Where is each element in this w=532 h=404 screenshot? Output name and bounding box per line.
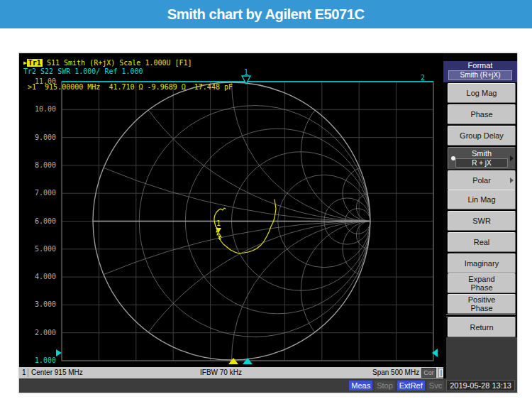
scale-label: 8.000 — [25, 162, 56, 169]
softkey-return[interactable]: Return — [448, 317, 516, 337]
svg-text:2: 2 — [421, 74, 425, 82]
scale-label: 3.000 — [25, 301, 56, 308]
trace2-settings: S22 SWR 1.000/ Ref 1.000 — [36, 67, 143, 75]
softkey-imaginary[interactable]: Imaginary — [448, 253, 516, 273]
marker1-readout: >1 915.00000 MHz 41.710 Ω -9.9689 Ω 17.4… — [28, 83, 233, 91]
softkey-positive[interactable]: PositivePhase — [448, 294, 516, 314]
softkey-real[interactable]: Real — [448, 232, 516, 252]
datetime-display: 2019-05-28 13:13 — [446, 380, 515, 391]
center-frequency: Center 915 MHz — [31, 367, 83, 378]
scale-label: 4.000 — [25, 273, 56, 280]
format-current-value: Smith (R+jX) — [448, 70, 512, 80]
analyzer-screen: 211 ▶Tr1 S11 Smith (R+jX) Scale 1.000U [… — [19, 53, 517, 393]
softkey-polar[interactable]: Polar — [448, 170, 516, 190]
scale-label: 10.00 — [25, 106, 56, 113]
status-divider — [28, 368, 28, 377]
scale-label: 5.000 — [25, 246, 56, 253]
format-menu-header: Format Smith (R+jX) — [443, 61, 517, 82]
span-value: Span 500 MHz — [372, 367, 419, 378]
trace2-badge: Tr2 — [23, 67, 36, 75]
format-menu-title: Format — [443, 61, 517, 70]
page-title: Smith chart by Agilent E5071C — [167, 6, 365, 23]
state-badge-meas: Meas — [349, 381, 372, 391]
channel-number: 1 — [22, 367, 26, 378]
svg-text:1: 1 — [216, 219, 221, 227]
status-bar: 1 Center 915 MHz IFBW 70 kHz Span 500 MH… — [19, 367, 446, 378]
scale-label: 9.000 — [25, 134, 56, 141]
softkey-menu: Format Smith (R+jX) Log MagPhaseGroup De… — [443, 53, 517, 378]
softkey-swr[interactable]: SWR — [448, 211, 516, 231]
menu-lower-panel — [446, 337, 517, 378]
softkey-expand[interactable]: ExpandPhase — [448, 273, 516, 293]
state-badge-stop: Stop — [375, 381, 395, 391]
scale-label: 2.000 — [25, 329, 56, 337]
smith-chart-canvas: 211 — [19, 53, 446, 367]
trace1-status-line: ▶Tr1 S11 Smith (R+jX) Scale 1.000U [F1] — [23, 59, 192, 67]
trace1-badge: Tr1 — [27, 59, 43, 67]
softkey-smith[interactable]: SmithR + jX — [448, 147, 516, 170]
state-badge-svc: Svc — [427, 381, 444, 391]
scale-label: 6.000 — [25, 218, 56, 225]
state-badge-extref: ExtRef — [397, 381, 425, 391]
scale-label: 11.00 — [25, 78, 56, 85]
softkey-phase[interactable]: Phase — [448, 104, 516, 124]
trace2-status-line: Tr2 S22 SWR 1.000/ Ref 1.000 — [23, 67, 143, 75]
ifbw-value: IFBW 70 kHz — [200, 367, 242, 378]
trace1-settings: S11 Smith (R+jX) Scale 1.000U [F1] — [43, 59, 192, 67]
page-banner: Smith chart by Agilent E5071C — [0, 0, 532, 28]
selected-bullet-icon — [451, 156, 455, 160]
reference-level-marker-icon — [56, 349, 62, 356]
correction-badge: Cor — [421, 368, 436, 378]
submenu-arrow-icon — [510, 178, 514, 183]
instrument-state-bar: MeasStopExtRefSvc 2019-05-28 13:13 — [19, 378, 517, 393]
smith-chart-area: 211 ▶Tr1 S11 Smith (R+jX) Scale 1.000U [… — [19, 53, 446, 367]
scale-label: 1.000 — [25, 357, 56, 364]
softkey-log-mag[interactable]: Log Mag — [448, 83, 516, 103]
submenu-arrow-icon — [510, 155, 514, 161]
svg-text:1: 1 — [244, 68, 248, 76]
scale-label: 7.000 — [25, 190, 56, 197]
softkey-group-delay[interactable]: Group Delay — [448, 126, 516, 146]
softkey-lin-mag[interactable]: Lin Mag — [448, 190, 516, 209]
